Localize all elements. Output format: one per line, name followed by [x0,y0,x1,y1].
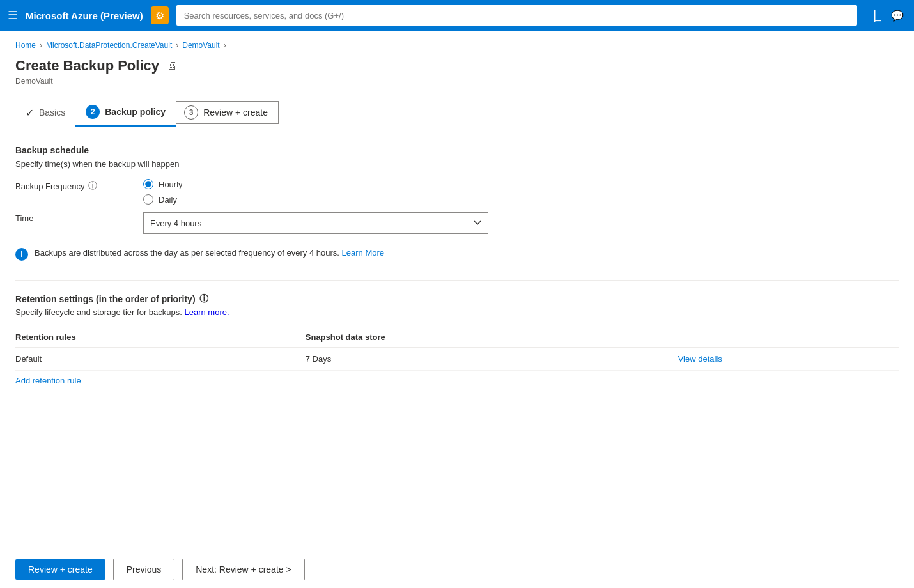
breadcrumb-home[interactable]: Home [15,41,36,50]
wizard-step-basics[interactable]: ✓ Basics [15,100,75,125]
top-nav-icons: ▕_ 💬 [865,7,906,24]
section-divider [15,280,899,281]
step-label-review-create: Review + create [203,107,268,118]
print-icon[interactable]: 🖨 [167,60,177,72]
col-header-actions [678,327,899,348]
wizard-steps: ✓ Basics 2 Backup policy 3 Review + crea… [15,98,899,127]
main-content: Home › Microsoft.DataProtection.CreateVa… [0,31,914,550]
retention-rule-name: Default [15,348,306,371]
radio-input-hourly[interactable] [143,179,153,189]
col-header-retention-rules: Retention rules [15,327,306,348]
retention-view-details-cell: View details [678,348,899,371]
breadcrumb-create-vault[interactable]: Microsoft.DataProtection.CreateVault [46,41,172,50]
backup-schedule-title: Backup schedule [15,145,899,155]
retention-title: Retention settings (in the order of prio… [15,294,196,304]
add-retention-rule-link[interactable]: Add retention rule [15,376,81,385]
radio-label-hourly: Hourly [159,180,183,189]
radio-label-daily: Daily [159,195,177,205]
info-icon-blue: i [15,248,28,261]
view-details-link[interactable]: View details [678,354,722,364]
wizard-step-backup-policy[interactable]: 2 Backup policy [75,98,176,127]
breadcrumb-sep-1: › [40,41,42,50]
step-label-basics: Basics [39,107,65,118]
wizard-step-review-create[interactable]: 3 Review + create [176,101,279,124]
info-banner: i Backups are distributed across the day… [15,242,899,267]
retention-snapshot-store: 7 Days [306,348,678,371]
radio-option-hourly[interactable]: Hourly [143,179,899,189]
retention-subtitle: Specify lifecycle and storage tier for b… [15,307,899,317]
step-label-backup-policy: Backup policy [105,107,166,117]
retention-table: Retention rules Snapshot data store Defa… [15,327,899,371]
retention-settings-section: Retention settings (in the order of prio… [15,293,899,385]
backup-schedule-section: Backup schedule Specify time(s) when the… [15,145,899,267]
feedback-icon[interactable]: 💬 [888,7,906,24]
frequency-control-area: Hourly Daily [143,179,899,205]
time-control-area: Every 4 hours Every 6 hours Every 8 hour… [143,212,899,234]
retention-info-icon[interactable]: ⓘ [199,293,208,305]
app-title: Microsoft Azure (Preview) [26,10,143,21]
step-circle-backup-policy: 2 [86,105,100,119]
time-row: Time Every 4 hours Every 6 hours Every 8… [15,212,899,234]
backup-frequency-label: Backup Frequency ⓘ [15,179,143,192]
time-label: Time [15,212,143,223]
frequency-info-icon[interactable]: ⓘ [88,180,97,192]
info-banner-text: Backups are distributed across the day a… [35,248,384,258]
retention-table-header-row: Retention rules Snapshot data store [15,327,899,348]
col-header-snapshot-store: Snapshot data store [306,327,678,348]
breadcrumb-demo-vault[interactable]: DemoVault [182,41,219,50]
breadcrumb-sep-3: › [224,41,226,50]
backup-frequency-row: Backup Frequency ⓘ Hourly Daily [15,179,899,205]
breadcrumb: Home › Microsoft.DataProtection.CreateVa… [15,41,899,50]
page-title: Create Backup Policy [15,58,159,74]
backup-schedule-subtitle: Specify time(s) when the backup will hap… [15,159,899,169]
breadcrumb-sep-2: › [176,41,178,50]
top-navigation: ☰ Microsoft Azure (Preview) ⚙ ▕_ 💬 [0,0,914,31]
gear-badge[interactable]: ⚙ [151,6,169,24]
retention-section-header: Retention settings (in the order of prio… [15,293,899,305]
time-dropdown[interactable]: Every 4 hours Every 6 hours Every 8 hour… [143,212,488,234]
hamburger-icon[interactable]: ☰ [8,8,18,22]
table-row: Default 7 Days View details [15,348,899,371]
frequency-radio-group: Hourly Daily [143,179,899,205]
search-input[interactable] [176,5,857,26]
page-subtitle: DemoVault [15,77,899,86]
retention-learn-more-link[interactable]: Learn more. [184,307,229,317]
page-title-row: Create Backup Policy 🖨 [15,58,899,74]
step-check-basics: ✓ [26,107,34,119]
step-circle-review-create: 3 [184,105,198,120]
radio-option-daily[interactable]: Daily [143,194,899,205]
radio-input-daily[interactable] [143,194,153,205]
info-learn-more-link[interactable]: Learn More [342,248,384,258]
terminal-icon[interactable]: ▕_ [865,7,883,24]
